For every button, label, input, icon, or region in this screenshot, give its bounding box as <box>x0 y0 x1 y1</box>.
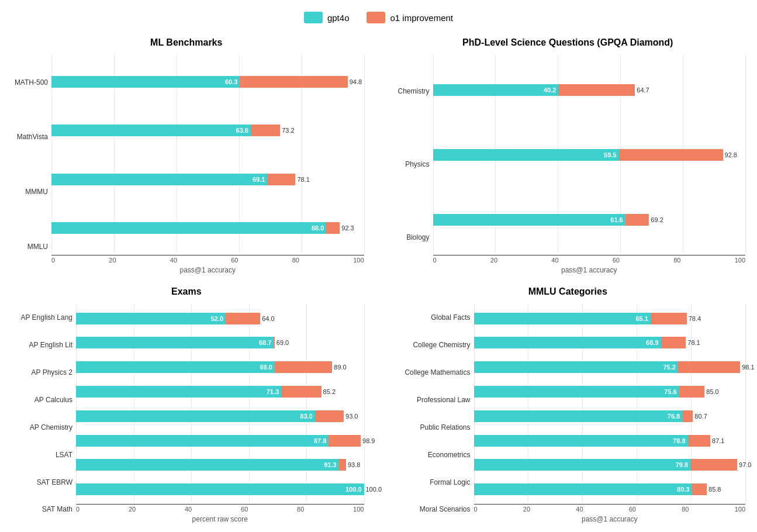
y-axis-label: Moral Scenarios <box>420 506 471 513</box>
x-tick-label: 80 <box>297 506 304 513</box>
chart-title-ml-benchmarks: ML Benchmarks <box>150 37 222 49</box>
y-axis-label: MATH-500 <box>15 79 48 86</box>
bar-gpt4o: 69.0 <box>76 361 275 373</box>
x-tick-label: 0 <box>51 257 55 264</box>
chart-title-exams: Exams <box>171 286 202 298</box>
x-tick-label: 80 <box>292 257 299 264</box>
bar-gpt4o: 61.6 <box>433 214 625 226</box>
bar-value-gpt4o: 60.3 <box>225 78 237 85</box>
bar-gpt4o: 60.3 <box>51 76 240 88</box>
x-tick-label: 60 <box>613 257 620 264</box>
bar-gpt4o: 87.8 <box>76 435 329 447</box>
bar-value-o1: 69.0 <box>276 339 289 346</box>
chart-title-mmlu-categories: MMLU Categories <box>528 286 607 298</box>
bar-row: 78.887.1 <box>474 429 746 453</box>
legend-o1: o1 improvement <box>367 12 453 23</box>
x-tick-label: 60 <box>231 257 238 264</box>
bar-value-gpt4o: 69.1 <box>253 176 265 183</box>
bar-value-gpt4o: 52.0 <box>211 315 223 322</box>
y-axis-label: MMLU <box>27 243 48 250</box>
bar-value-gpt4o: 59.5 <box>604 151 616 158</box>
legend-gpt4o: gpt4o <box>304 12 350 23</box>
x-tick-label: 80 <box>682 506 689 513</box>
bar-value-o1: 69.2 <box>651 216 663 223</box>
y-axis-label: AP Calculus <box>34 396 72 403</box>
x-axis-label: pass@1 accuracy <box>433 266 746 274</box>
x-tick-label: 60 <box>629 506 636 513</box>
bar-gpt4o: 100.0 <box>76 483 364 495</box>
bar-gpt4o: 88.0 <box>51 222 326 234</box>
bar-row: 59.592.8 <box>433 122 746 187</box>
bar-value-gpt4o: 68.9 <box>646 339 658 346</box>
bar-row: 80.385.8 <box>474 477 746 502</box>
x-axis-label: percent raw score <box>76 515 364 523</box>
bar-row: 60.394.8 <box>51 57 364 106</box>
bar-value-o1: 97.0 <box>739 461 751 468</box>
legend-o1-color <box>367 12 385 23</box>
bar-row: 87.898.9 <box>76 429 364 453</box>
bar-gpt4o: 75.6 <box>474 386 679 398</box>
y-axis-label: Professional Law <box>417 396 470 403</box>
legend-gpt4o-label: gpt4o <box>327 13 350 23</box>
chart-exams: ExamsAP English LangAP English LitAP Phy… <box>6 283 370 526</box>
bar-gpt4o: 52.0 <box>76 313 226 324</box>
chart-mmlu-categories: MMLU CategoriesGlobal FactsCollege Chemi… <box>388 283 752 526</box>
bar-value-gpt4o: 83.0 <box>300 413 312 420</box>
x-tick-label: 0 <box>433 257 437 264</box>
x-tick-label: 0 <box>474 506 478 513</box>
bar-value-gpt4o: 68.7 <box>259 339 271 346</box>
x-axis: 020406080100pass@1 accuracy <box>474 504 746 523</box>
bar-value-o1: 98.1 <box>742 364 754 371</box>
bar-row: 91.393.8 <box>76 452 364 477</box>
x-tick-label: 100 <box>735 257 745 264</box>
bar-gpt4o: 65.1 <box>474 313 651 324</box>
y-axis-label: Econometrics <box>428 451 471 458</box>
bar-gpt4o: 68.7 <box>76 337 274 348</box>
bar-value-o1: 80.7 <box>694 413 707 420</box>
bar-gpt4o: 78.8 <box>474 435 688 447</box>
x-tick-label: 40 <box>185 506 192 513</box>
x-tick-label: 100 <box>735 506 745 513</box>
bar-row: 75.685.0 <box>474 379 746 404</box>
x-tick-label: 40 <box>170 257 177 264</box>
y-axis-label: SAT EBRW <box>37 479 72 486</box>
x-tick-label: 20 <box>109 257 116 264</box>
bar-gpt4o: 79.8 <box>474 459 691 471</box>
bar-row: 68.769.0 <box>76 331 364 355</box>
bar-value-o1: 89.0 <box>334 364 346 371</box>
bar-row: 83.093.0 <box>76 404 364 429</box>
bar-value-o1: 92.3 <box>341 224 354 232</box>
chart-title-phd-science: PhD-Level Science Questions (GPQA Diamon… <box>462 37 673 49</box>
y-axis-label: College Mathematics <box>405 369 470 376</box>
bar-gpt4o: 76.8 <box>474 410 683 422</box>
bar-row: 69.089.0 <box>76 355 364 379</box>
bar-row: 65.178.4 <box>474 306 746 331</box>
x-axis: 020406080100pass@1 accuracy <box>433 255 746 274</box>
bar-value-gpt4o: 71.3 <box>267 388 279 395</box>
bar-value-gpt4o: 87.8 <box>314 437 326 444</box>
bar-value-o1: 78.1 <box>687 339 700 346</box>
bar-value-gpt4o: 75.6 <box>664 388 676 395</box>
bar-value-gpt4o: 100.0 <box>345 486 362 493</box>
y-axis-label: SAT Math <box>42 506 72 513</box>
bar-row: 75.298.1 <box>474 355 746 379</box>
y-axis-label: Formal Logic <box>430 479 470 486</box>
x-tick-label: 20 <box>129 506 136 513</box>
x-tick-label: 60 <box>241 506 248 513</box>
bar-value-o1: 94.8 <box>350 78 362 85</box>
y-axis-label: AP English Lang <box>20 314 72 321</box>
y-axis-label: AP Physics 2 <box>32 369 72 376</box>
bar-value-gpt4o: 79.8 <box>676 461 688 468</box>
bar-value-o1: 85.8 <box>708 486 721 493</box>
bar-value-gpt4o: 40.2 <box>544 87 556 94</box>
bar-row: 76.880.7 <box>474 404 746 429</box>
bar-value-gpt4o: 63.8 <box>236 127 248 134</box>
bar-value-gpt4o: 80.3 <box>677 486 689 493</box>
y-axis-label: Public Relations <box>420 424 470 431</box>
y-axis-label: MMMU <box>25 188 48 195</box>
legend-o1-label: o1 improvement <box>390 13 453 23</box>
x-axis-label: pass@1 accuracy <box>474 515 746 523</box>
bar-gpt4o: 40.2 <box>433 84 559 96</box>
y-axis-label: Biology <box>406 234 429 241</box>
x-tick-label: 80 <box>673 257 680 264</box>
